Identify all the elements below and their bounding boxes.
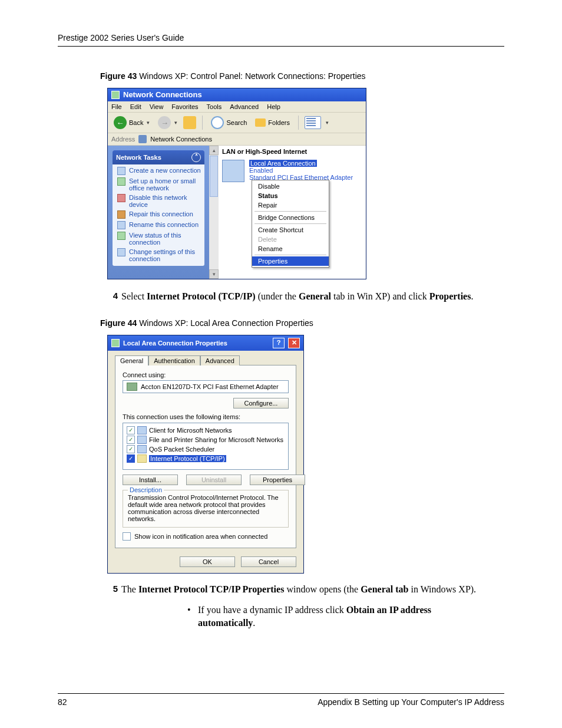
window-titlebar[interactable]: Network Connections: [108, 88, 366, 101]
step-4: 4 Select Internet Protocol (TCP/IP) (und…: [105, 290, 482, 303]
menu-tools[interactable]: Tools: [207, 103, 222, 110]
menu-item-repair[interactable]: Repair: [252, 200, 329, 210]
scroll-up-icon[interactable]: ▴: [209, 146, 219, 155]
settings-icon: [117, 248, 125, 256]
items-listbox[interactable]: ✓ Client for Microsoft Networks ✓ File a…: [123, 423, 289, 470]
figure-43-text: Windows XP: Control Panel: Network Conne…: [137, 71, 365, 81]
address-value[interactable]: Network Connections: [150, 136, 212, 143]
dialog-title: Local Area Connection Properties: [123, 340, 227, 347]
configure-button[interactable]: Configure...: [233, 398, 289, 409]
search-button[interactable]: Search: [209, 115, 249, 130]
up-icon[interactable]: [183, 116, 196, 129]
toolbar: ← Back ▾ → ▾ Search Folders ▾: [108, 113, 366, 133]
forward-icon: →: [158, 116, 171, 129]
status-icon: [117, 232, 125, 240]
running-header: Prestige 2002 Series User's Guide: [58, 33, 504, 47]
close-button[interactable]: ✕: [288, 338, 300, 348]
step-number: 5: [105, 583, 121, 596]
network-tasks-title: Network Tasks: [116, 154, 161, 161]
scroll-down-icon[interactable]: ▾: [209, 269, 219, 279]
menu-separator: [254, 223, 326, 224]
address-icon: [138, 135, 147, 143]
tab-authentication[interactable]: Authentication: [148, 355, 200, 365]
step-number: 4: [105, 290, 121, 303]
tab-general[interactable]: General: [115, 355, 148, 365]
menu-item-disable[interactable]: Disable: [252, 182, 329, 191]
description-group: Description Transmission Control Protoco…: [123, 490, 289, 528]
menu-view[interactable]: View: [150, 103, 164, 110]
forward-button[interactable]: → ▾: [156, 115, 180, 130]
scrollbar[interactable]: ▴ ▾: [209, 146, 219, 279]
notify-checkbox[interactable]: ✓: [123, 532, 131, 541]
tab-advanced[interactable]: Advanced: [200, 355, 240, 365]
task-rename[interactable]: Rename this connection: [113, 219, 204, 229]
menu-item-properties[interactable]: Properties: [252, 256, 329, 266]
scroll-track[interactable]: [209, 197, 219, 269]
task-change-settings[interactable]: Change settings of this connection: [113, 246, 204, 262]
item-label: QoS Packet Scheduler: [149, 446, 214, 453]
back-button[interactable]: ← Back ▾: [111, 115, 152, 130]
toolbar-separator: [202, 116, 203, 130]
network-connections-icon: [111, 91, 120, 99]
menu-item-delete: Delete: [252, 235, 329, 244]
disable-icon: [117, 194, 125, 202]
item-label: Internet Protocol (TCP/IP): [149, 455, 226, 462]
menu-item-status[interactable]: Status: [252, 191, 329, 200]
network-tasks-header[interactable]: Network Tasks ˄: [113, 150, 204, 164]
item-client-msnetworks[interactable]: ✓ Client for Microsoft Networks: [125, 426, 286, 435]
client-icon: [137, 426, 147, 434]
forward-dropdown-icon[interactable]: ▾: [174, 120, 177, 126]
nic-icon: [127, 383, 137, 391]
repair-icon: [117, 210, 125, 219]
item-tcpip[interactable]: ✓ Internet Protocol (TCP/IP): [125, 454, 286, 463]
general-tab-panel: Connect using: Accton EN1207D-TX PCI Fas…: [115, 365, 296, 548]
cancel-button[interactable]: Cancel: [241, 556, 296, 567]
lan-group-header: LAN or High-Speed Internet: [221, 148, 363, 157]
install-button[interactable]: Install...: [123, 475, 178, 485]
menu-file[interactable]: File: [111, 103, 122, 110]
notify-row[interactable]: ✓ Show icon in notification area when co…: [123, 532, 289, 541]
figure-43-caption: Figure 43 Windows XP: Control Panel: Net…: [100, 71, 504, 81]
checkbox-icon[interactable]: ✓: [127, 436, 135, 444]
task-setup-network[interactable]: Set up a home or small office network: [113, 175, 204, 192]
menu-edit[interactable]: Edit: [130, 103, 141, 110]
menu-item-rename[interactable]: Rename: [252, 244, 329, 253]
folders-button[interactable]: Folders: [253, 117, 292, 128]
properties-button[interactable]: Properties: [250, 475, 305, 485]
menu-item-bridge[interactable]: Bridge Connections: [252, 213, 329, 222]
menu-help[interactable]: Help: [267, 103, 280, 110]
dialog-titlebar[interactable]: Local Area Connection Properties ? ✕: [108, 335, 303, 351]
task-label: Create a new connection: [129, 167, 201, 174]
checkbox-icon[interactable]: ✓: [127, 426, 135, 434]
context-menu: Disable Status Repair Bridge Connections…: [252, 180, 329, 268]
uninstall-button: Uninstall: [186, 475, 242, 485]
task-create-connection[interactable]: Create a new connection: [113, 164, 204, 175]
help-button[interactable]: ?: [273, 338, 285, 348]
checkbox-icon[interactable]: ✓: [127, 445, 135, 453]
task-repair[interactable]: Repair this connection: [113, 208, 204, 219]
menu-item-shortcut[interactable]: Create Shortcut: [252, 225, 329, 235]
task-view-status[interactable]: View status of this connection: [113, 229, 204, 246]
checkbox-icon[interactable]: ✓: [127, 454, 135, 463]
task-label: Repair this connection: [129, 210, 193, 218]
uses-items-label: This connection uses the following items…: [123, 413, 289, 420]
task-disable-device[interactable]: Disable this network device: [113, 192, 204, 208]
back-icon: ←: [114, 116, 127, 129]
collapse-icon[interactable]: ˄: [191, 153, 201, 162]
views-dropdown-icon[interactable]: ▾: [326, 120, 329, 126]
page-number: 82: [58, 697, 67, 707]
item-file-printer-sharing[interactable]: ✓ File and Printer Sharing for Microsoft…: [125, 435, 286, 444]
connection-icon: [222, 160, 244, 182]
item-qos[interactable]: ✓ QoS Packet Scheduler: [125, 444, 286, 454]
tab-strip: General Authentication Advanced: [115, 355, 296, 365]
menu-favorites[interactable]: Favorites: [171, 103, 198, 110]
ok-button[interactable]: OK: [180, 556, 235, 567]
step-text: The Internet Protocol TCP/IP Properties …: [121, 583, 476, 596]
back-dropdown-icon[interactable]: ▾: [147, 120, 150, 126]
menu-advanced[interactable]: Advanced: [230, 103, 259, 110]
views-icon[interactable]: [305, 116, 321, 129]
toolbar-separator-2: [298, 116, 299, 130]
scroll-thumb[interactable]: [210, 156, 218, 197]
bullet-obtain-auto: • If you have a dynamic IP address click…: [187, 604, 482, 629]
menu-separator: [254, 211, 326, 212]
